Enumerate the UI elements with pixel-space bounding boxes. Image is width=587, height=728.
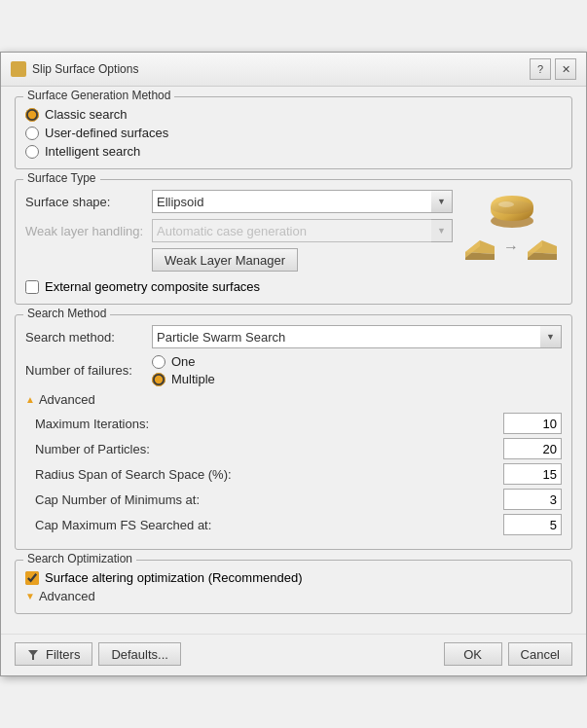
search-method-select-wrapper: Particle Swarm Search ▼: [152, 325, 562, 348]
filters-button[interactable]: Filters: [15, 642, 92, 666]
external-geo-checkbox[interactable]: [25, 280, 39, 294]
svg-marker-3: [28, 650, 38, 660]
ok-button[interactable]: OK: [444, 642, 502, 666]
surface-altering-label: Surface altering optimization (Recommend…: [45, 570, 302, 585]
weak-layer-row: Weak layer handling: Automatic case gene…: [25, 219, 453, 242]
surface-type-content: Surface shape: Ellipsoid ▼ Weak layer ha…: [25, 186, 562, 294]
failure-one-option[interactable]: One: [152, 354, 215, 369]
close-button[interactable]: ✕: [555, 58, 576, 80]
failure-one-label: One: [171, 354, 196, 369]
param-row-radius-span: Radius Span of Search Space (%):: [35, 463, 562, 485]
surface-type-group: Surface Type Surface shape: Ellipsoid ▼: [15, 179, 572, 305]
search-optimization-label: Search Optimization: [23, 552, 136, 565]
weak-layer-manager-button[interactable]: Weak Layer Manager: [152, 248, 298, 272]
search-optimization-group: Search Optimization Surface altering opt…: [15, 560, 572, 614]
surface-altering-row: Surface altering optimization (Recommend…: [25, 570, 562, 585]
classic-search-label: Classic search: [45, 107, 128, 122]
title-bar-left: Slip Surface Options: [11, 61, 138, 77]
user-defined-radio[interactable]: [25, 127, 39, 140]
surface-generation-label: Surface Generation Method: [23, 89, 174, 102]
search-method-row: Search method: Particle Swarm Search ▼: [25, 325, 562, 348]
search-method-label: Search method:: [25, 330, 152, 345]
search-opt-advanced-label: Advanced: [39, 589, 95, 603]
surface-shape-label: Surface shape:: [25, 195, 152, 209]
surface-type-left: Surface shape: Ellipsoid ▼ Weak layer ha…: [25, 186, 453, 294]
arrow-icon: →: [503, 238, 519, 256]
surface-generation-group: Surface Generation Method Classic search…: [15, 96, 572, 169]
user-defined-label: User-defined surfaces: [45, 126, 168, 140]
bottom-right-buttons: OK Cancel: [444, 642, 572, 666]
app-icon: [11, 61, 26, 77]
surface-altering-checkbox[interactable]: [25, 571, 39, 585]
user-defined-option[interactable]: User-defined surfaces: [25, 126, 562, 140]
intelligent-search-radio[interactable]: [25, 145, 39, 159]
search-method-group-label: Search Method: [23, 307, 110, 320]
search-method-select[interactable]: Particle Swarm Search: [152, 325, 540, 348]
weak-layer-select-wrapper: Automatic case generation ▼: [152, 219, 453, 242]
help-button[interactable]: ?: [530, 58, 551, 80]
weak-layer-arrow: ▼: [431, 219, 453, 242]
weak-layer-select[interactable]: Automatic case generation: [152, 219, 431, 242]
cap-fs-label: Cap Maximum FS Searched at:: [35, 518, 503, 532]
surface-images: →: [460, 186, 562, 262]
title-bar: Slip Surface Options ? ✕: [1, 53, 586, 87]
search-opt-triangle-icon: ▼: [25, 591, 35, 601]
cancel-button[interactable]: Cancel: [508, 642, 572, 666]
classic-search-radio[interactable]: [25, 108, 39, 122]
advanced-toggle[interactable]: ▲ Advanced: [25, 392, 562, 407]
cap-fs-input[interactable]: [503, 514, 562, 535]
advanced-label: Advanced: [39, 392, 95, 407]
radius-span-label: Radius Span of Search Space (%):: [35, 467, 503, 482]
number-of-failures-row: Number of failures: One Multiple: [25, 354, 562, 386]
intelligent-search-option[interactable]: Intelligent search: [25, 144, 562, 159]
surface-shape-select-wrapper: Ellipsoid ▼: [152, 190, 453, 213]
param-row-cap-fs: Cap Maximum FS Searched at:: [35, 514, 562, 535]
surface-shape-row: Surface shape: Ellipsoid ▼: [25, 190, 453, 213]
bottom-left-buttons: Filters Defaults...: [15, 642, 181, 666]
search-opt-advanced-toggle[interactable]: ▼ Advanced: [25, 589, 562, 603]
max-iter-input[interactable]: [503, 413, 562, 434]
ellipsoid-icon: [485, 190, 537, 229]
search-optimization-content: Surface altering optimization (Recommend…: [25, 570, 562, 603]
advanced-triangle-icon: ▲: [25, 394, 35, 405]
filter-icon: [27, 647, 39, 662]
window-title: Slip Surface Options: [32, 62, 138, 76]
external-geo-label: External geometry composite surfaces: [45, 279, 260, 294]
failure-one-radio[interactable]: [152, 355, 165, 369]
failure-multiple-option[interactable]: Multiple: [152, 372, 215, 386]
wedge-icon-1: [460, 233, 499, 262]
classic-search-option[interactable]: Classic search: [25, 107, 562, 122]
cap-min-input[interactable]: [503, 489, 562, 510]
cap-min-label: Cap Number of Minimums at:: [35, 492, 503, 507]
wedge-row: →: [460, 233, 562, 262]
param-row-cap-min: Cap Number of Minimums at:: [35, 489, 562, 510]
max-iter-label: Maximum Iterations:: [35, 417, 503, 431]
param-row-num-particles: Number of Particles:: [35, 438, 562, 459]
num-particles-label: Number of Particles:: [35, 442, 503, 456]
title-buttons: ? ✕: [530, 58, 576, 80]
surface-shape-arrow[interactable]: ▼: [431, 190, 453, 213]
external-geo-row: External geometry composite surfaces: [25, 279, 453, 294]
search-method-arrow[interactable]: ▼: [540, 325, 562, 348]
main-content: Surface Generation Method Classic search…: [1, 87, 586, 634]
failure-multiple-radio[interactable]: [152, 373, 165, 386]
param-row-max-iter: Maximum Iterations:: [35, 413, 562, 434]
bottom-bar: Filters Defaults... OK Cancel: [1, 634, 586, 675]
defaults-button[interactable]: Defaults...: [98, 642, 181, 666]
svg-point-2: [498, 201, 514, 207]
failure-multiple-label: Multiple: [171, 372, 215, 386]
search-method-group: Search Method Search method: Particle Sw…: [15, 314, 572, 550]
slip-surface-options-dialog: Slip Surface Options ? ✕ Surface Generat…: [0, 52, 587, 676]
radius-span-input[interactable]: [503, 463, 562, 485]
surface-type-group-label: Surface Type: [23, 171, 100, 185]
advanced-params: Maximum Iterations: Number of Particles:…: [35, 413, 562, 535]
failures-label: Number of failures:: [25, 363, 152, 378]
wedge-icon-2: [523, 233, 562, 262]
weak-layer-label: Weak layer handling:: [25, 224, 152, 238]
intelligent-search-label: Intelligent search: [45, 144, 140, 159]
failures-options: One Multiple: [152, 354, 215, 386]
surface-generation-radio-group: Classic search User-defined surfaces Int…: [25, 107, 562, 159]
num-particles-input[interactable]: [503, 438, 562, 459]
surface-shape-select[interactable]: Ellipsoid: [152, 190, 431, 213]
